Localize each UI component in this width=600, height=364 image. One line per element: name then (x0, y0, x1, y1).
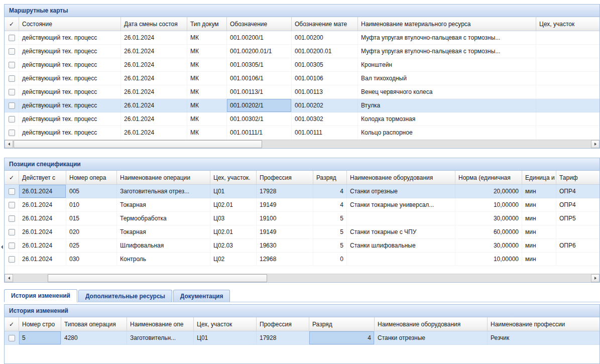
table-cell[interactable]: Ц01 (210, 185, 257, 198)
table-cell[interactable]: Контроль (117, 253, 210, 266)
table-row[interactable]: действующий тех. процесс26.01.2024МК001.… (5, 31, 599, 45)
row-checkbox[interactable] (9, 130, 15, 136)
table-cell[interactable]: 17928 (257, 331, 309, 344)
table-cell[interactable]: 30,00000 (455, 239, 522, 252)
table-row[interactable]: действующий тех. процесс26.01.2024МК001.… (5, 85, 599, 99)
table-cell[interactable]: 26.01.2024 (19, 225, 66, 238)
table-cell[interactable]: ОПР4 (556, 198, 599, 211)
table-cell[interactable]: Станки токарные универсал... (347, 198, 455, 211)
table-cell[interactable]: Ц03 (210, 212, 257, 225)
table-cell[interactable]: 10,00000 (455, 253, 522, 266)
table-cell[interactable]: 001.00113 (292, 85, 358, 98)
scroll-right-button[interactable] (591, 140, 599, 148)
table-cell[interactable]: 030 (66, 253, 117, 266)
table-row[interactable]: 26.01.2024005Заготовительная отрез...Ц01… (5, 185, 599, 198)
table-cell[interactable]: 19149 (257, 225, 313, 238)
table-cell[interactable]: Заготовительн... (127, 331, 194, 344)
table-cell[interactable]: 12968 (257, 253, 313, 266)
row-check-cell[interactable] (5, 72, 19, 85)
table-cell[interactable]: Кронштейн (358, 58, 536, 71)
table-cell[interactable]: Токарная (117, 225, 210, 238)
table-cell[interactable]: ОПР5 (556, 212, 599, 225)
table-cell[interactable]: Ц02.01 (210, 198, 257, 211)
table-cell[interactable]: Станки токарные с ЧПУ (347, 225, 455, 238)
table-cell[interactable]: 19630 (257, 239, 313, 252)
table-cell[interactable]: 26.01.2024 (19, 212, 66, 225)
table-cell[interactable] (536, 112, 599, 126)
table-row[interactable]: действующий тех. процесс26.01.2024МК001.… (5, 58, 599, 72)
route-maps-hscrollbar[interactable] (5, 140, 599, 148)
table-cell[interactable]: действующий тех. процесс (19, 58, 121, 71)
table-cell[interactable]: 001.00111 (292, 126, 358, 139)
row-check-cell[interactable] (5, 331, 19, 344)
table-cell[interactable]: Резчик (488, 331, 599, 344)
table-cell[interactable]: 5 (313, 239, 347, 252)
table-cell[interactable]: 10,00000 (455, 198, 522, 211)
table-cell[interactable]: мин (522, 212, 556, 225)
table-cell[interactable] (347, 253, 455, 266)
table-cell[interactable]: Ц02 (210, 253, 257, 266)
scroll-left-button[interactable] (5, 274, 13, 282)
table-cell[interactable]: МК (187, 31, 227, 44)
column-header[interactable]: Номер стро (19, 317, 61, 331)
table-cell[interactable]: 025 (66, 239, 117, 252)
table-cell[interactable]: 001.00200 (292, 31, 358, 44)
table-cell[interactable]: Ц01 (194, 331, 257, 344)
table-cell[interactable]: 001.00111/1 (227, 126, 292, 139)
table-row[interactable]: действующий тех. процесс26.01.2024МК001.… (5, 45, 599, 58)
row-check-cell[interactable] (5, 85, 19, 98)
table-cell[interactable]: действующий тех. процесс (19, 45, 121, 58)
table-row[interactable]: действующий тех. процесс26.01.2024МК001.… (5, 72, 599, 85)
table-cell[interactable]: Вал тихоходный (358, 72, 536, 85)
scrollbar-track[interactable] (13, 140, 591, 148)
table-row[interactable]: 26.01.2024020ТокарнаяЦ02.01191495Станки … (5, 225, 599, 239)
table-cell[interactable] (347, 212, 455, 225)
table-cell[interactable]: 26.01.2024 (121, 85, 187, 98)
table-cell[interactable]: 001.00200.01/1 (227, 45, 292, 58)
table-cell[interactable]: 26.01.2024 (19, 185, 66, 198)
table-cell[interactable]: Ц02.03 (210, 239, 257, 252)
table-cell[interactable] (536, 58, 599, 71)
row-check-cell[interactable] (5, 212, 19, 225)
table-cell[interactable]: действующий тех. процесс (19, 31, 121, 44)
column-header[interactable]: Единица и (522, 171, 556, 184)
table-cell[interactable]: мин (522, 198, 556, 211)
row-checkbox[interactable] (9, 229, 15, 235)
table-cell[interactable] (536, 126, 599, 139)
column-header[interactable]: Действует с (19, 171, 66, 184)
table-cell[interactable]: 26.01.2024 (121, 72, 187, 85)
column-header[interactable]: Профессия (257, 317, 309, 331)
table-cell[interactable]: мин (522, 225, 556, 238)
table-cell[interactable]: 26.01.2024 (121, 31, 187, 44)
table-cell[interactable]: действующий тех. процесс (19, 85, 121, 98)
column-header[interactable]: Обозначение (227, 17, 292, 31)
table-cell[interactable]: 26.01.2024 (121, 126, 187, 139)
table-cell[interactable]: 20,00000 (455, 185, 522, 198)
scrollbar-thumb[interactable] (48, 274, 267, 282)
column-header[interactable]: Наименование операции (117, 171, 210, 184)
table-row[interactable]: действующий тех. процесс26.01.2024МК001.… (5, 126, 599, 139)
table-cell[interactable] (556, 253, 599, 266)
table-cell[interactable] (536, 99, 599, 112)
table-cell[interactable]: 015 (66, 212, 117, 225)
table-cell[interactable]: 17928 (257, 185, 313, 198)
column-header[interactable]: Цех, участок. (210, 171, 257, 184)
tab-additional-resources[interactable]: Дополнительные ресурсы (78, 290, 172, 302)
table-cell[interactable]: действующий тех. процесс (19, 72, 121, 85)
table-cell[interactable]: Кольцо распорное (358, 126, 536, 139)
column-header[interactable]: Наименование оборудования (375, 317, 488, 331)
select-all-header[interactable]: ✓ (5, 171, 19, 184)
row-check-cell[interactable] (5, 239, 19, 252)
table-cell[interactable]: 30,00000 (455, 212, 522, 225)
column-header[interactable]: Наименование материального ресурса (358, 17, 536, 31)
table-cell[interactable]: 26.01.2024 (19, 239, 66, 252)
column-header[interactable]: Наименование опе (127, 317, 194, 331)
row-checkbox[interactable] (9, 48, 15, 55)
table-cell[interactable]: МК (187, 126, 227, 139)
select-all-header[interactable]: ✓ (5, 317, 19, 331)
table-cell[interactable]: 5 (19, 331, 61, 344)
table-cell[interactable]: Шлифовальная (117, 239, 210, 252)
row-checkbox[interactable] (9, 256, 15, 263)
table-cell[interactable]: МК (187, 99, 227, 112)
column-header[interactable]: Цех, участок (536, 17, 599, 31)
